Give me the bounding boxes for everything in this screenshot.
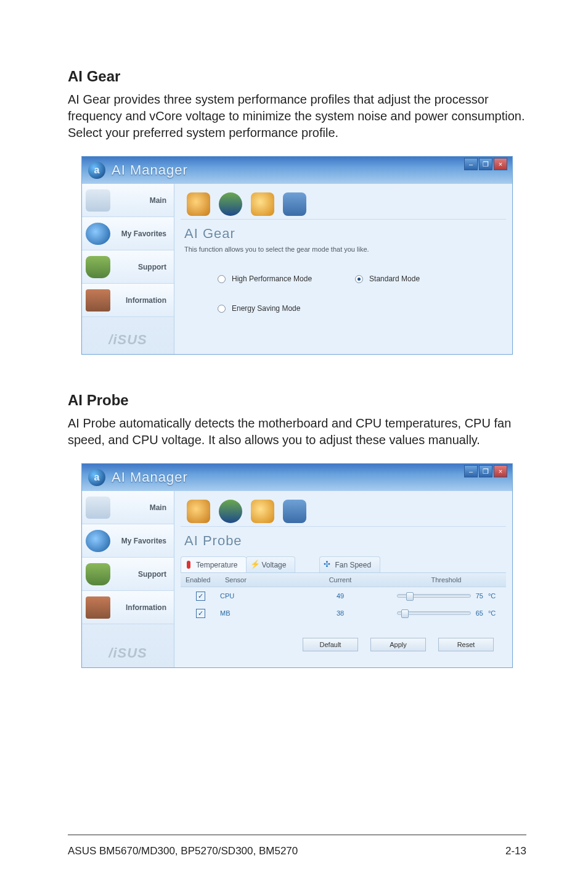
- favorites-icon: [86, 223, 110, 245]
- tab-voltage[interactable]: ⚡ Voltage: [246, 556, 295, 572]
- toolbar-icon-3[interactable]: [251, 192, 274, 216]
- radio-label: Standard Mode: [369, 274, 420, 283]
- footer-page-number: 2-13: [505, 845, 526, 857]
- brand-logo: /iSUS: [82, 645, 174, 661]
- sidebar-item-information[interactable]: Information: [82, 591, 174, 624]
- column-enabled: Enabled: [181, 573, 220, 587]
- section-desc-ai-gear: AI Gear provides three system performanc…: [68, 91, 526, 141]
- sensor-name: MB: [220, 609, 294, 617]
- tab-label: Voltage: [261, 561, 286, 569]
- threshold-value: 65: [476, 609, 483, 617]
- app-logo-icon: a: [88, 162, 105, 179]
- tab-label: Fan Speed: [335, 561, 371, 569]
- sidebar-item-label: Main: [150, 503, 166, 512]
- radio-dot-icon: [218, 305, 226, 313]
- window-close-button[interactable]: ×: [494, 465, 507, 477]
- information-icon: [86, 596, 110, 619]
- column-sensor: Sensor: [220, 573, 294, 587]
- current-value: 49: [294, 592, 386, 600]
- sidebar-item-label: My Favorites: [121, 229, 166, 238]
- threshold-slider[interactable]: [397, 594, 471, 598]
- reset-button[interactable]: Reset: [438, 638, 494, 651]
- sensor-name: CPU: [220, 592, 294, 600]
- sidebar-item-label: Information: [126, 603, 166, 612]
- thermometer-icon: [187, 561, 190, 569]
- radio-high-performance[interactable]: High Performance Mode: [218, 274, 312, 283]
- page-footer: ASUS BM5670/MD300, BP5270/SD300, BM5270 …: [68, 835, 526, 857]
- sidebar-item-label: My Favorites: [121, 537, 166, 545]
- enable-checkbox[interactable]: ✓: [196, 609, 205, 618]
- tab-temperature[interactable]: Temperature: [181, 556, 247, 572]
- information-icon: [86, 289, 110, 311]
- main-icon: [86, 189, 110, 212]
- table-row: ✓CPU4975°C: [181, 587, 506, 604]
- tab-label: Temperature: [196, 561, 237, 569]
- toolbar-icon-2[interactable]: [219, 500, 242, 523]
- window-close-button[interactable]: ×: [494, 158, 507, 170]
- tab-fan-speed[interactable]: ✣ Fan Speed: [319, 556, 380, 572]
- toolbar: [181, 496, 506, 527]
- toolbar-icon-1[interactable]: [187, 192, 210, 216]
- radio-standard-mode[interactable]: Standard Mode: [355, 274, 420, 283]
- toolbar-icon-4[interactable]: [283, 192, 306, 216]
- panel-description: This function allows you to select the g…: [181, 245, 506, 264]
- sidebar-item-favorites[interactable]: My Favorites: [82, 217, 174, 250]
- section-heading-ai-probe: AI Probe: [68, 392, 526, 409]
- window-titlebar[interactable]: a AI Manager – ❐ ×: [82, 464, 512, 491]
- favorites-icon: [86, 530, 110, 552]
- sidebar-item-support[interactable]: Support: [82, 558, 174, 591]
- window-titlebar[interactable]: a AI Manager – ❐ ×: [82, 157, 512, 184]
- panel-title: AI Probe: [181, 527, 506, 553]
- section-heading-ai-gear: AI Gear: [68, 68, 526, 85]
- window-minimize-button[interactable]: –: [464, 465, 478, 477]
- table-row: ✓MB3865°C: [181, 604, 506, 622]
- sidebar: Main My Favorites Support Information /i…: [82, 491, 174, 667]
- toolbar-icon-2[interactable]: [219, 192, 242, 216]
- toolbar-icon-1[interactable]: [187, 500, 210, 523]
- app-logo-icon: a: [88, 469, 105, 486]
- section-desc-ai-probe: AI Probe automatically detects the mothe…: [68, 415, 526, 448]
- column-threshold: Threshold: [386, 573, 506, 587]
- sidebar: Main My Favorites Support Information /i…: [82, 184, 174, 354]
- window-maximize-button[interactable]: ❐: [479, 158, 492, 170]
- toolbar-icon-3[interactable]: [251, 500, 274, 523]
- radio-energy-saving[interactable]: Energy Saving Mode: [218, 304, 300, 313]
- content-panel: AI Probe Temperature ⚡ Voltage ✣ Fan Spe…: [174, 491, 512, 667]
- sidebar-item-label: Support: [138, 570, 166, 579]
- sidebar-item-main[interactable]: Main: [82, 491, 174, 524]
- threshold-slider[interactable]: [397, 611, 471, 615]
- sidebar-item-label: Information: [126, 296, 166, 305]
- sidebar-item-information[interactable]: Information: [82, 284, 174, 317]
- radio-label: Energy Saving Mode: [232, 304, 300, 313]
- main-icon: [86, 497, 110, 519]
- window-maximize-button[interactable]: ❐: [479, 465, 492, 477]
- screenshot-ai-probe: a AI Manager – ❐ × Main My Favorites: [81, 463, 513, 668]
- brand-logo: /iSUS: [82, 332, 174, 348]
- radio-label: High Performance Mode: [232, 274, 312, 283]
- sidebar-item-main[interactable]: Main: [82, 184, 174, 217]
- support-icon: [86, 256, 110, 278]
- fan-icon: ✣: [324, 559, 330, 569]
- voltage-icon: ⚡: [250, 559, 260, 569]
- toolbar: [181, 189, 506, 220]
- app-title: AI Manager: [112, 469, 188, 485]
- content-panel: AI Gear This function allows you to sele…: [174, 184, 512, 354]
- sidebar-item-favorites[interactable]: My Favorites: [82, 524, 174, 558]
- screenshot-ai-gear: a AI Manager – ❐ × Main My Favorites: [81, 156, 513, 355]
- sidebar-item-label: Main: [150, 196, 166, 205]
- window-minimize-button[interactable]: –: [464, 158, 478, 170]
- app-title: AI Manager: [112, 162, 188, 178]
- radio-dot-selected-icon: [355, 275, 363, 283]
- support-icon: [86, 563, 110, 585]
- toolbar-icon-4[interactable]: [283, 500, 306, 523]
- default-button[interactable]: Default: [303, 638, 358, 651]
- apply-button[interactable]: Apply: [370, 638, 426, 651]
- radio-dot-icon: [218, 275, 226, 283]
- current-value: 38: [294, 609, 386, 617]
- panel-title: AI Gear: [181, 220, 506, 245]
- table-header: Enabled Sensor Current Threshold: [181, 573, 506, 587]
- sidebar-item-support[interactable]: Support: [82, 250, 174, 284]
- sidebar-item-label: Support: [138, 263, 166, 271]
- enable-checkbox[interactable]: ✓: [196, 592, 205, 601]
- unit-label: °C: [488, 592, 496, 600]
